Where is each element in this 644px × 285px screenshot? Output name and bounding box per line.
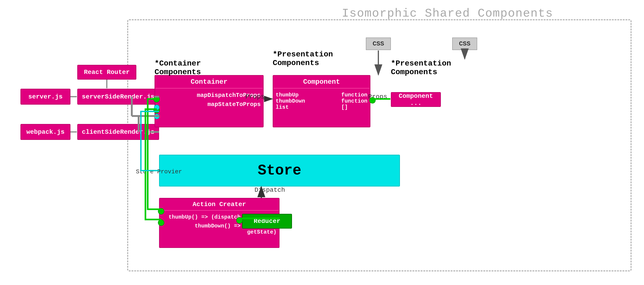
server-js-box: server.js — [20, 89, 70, 105]
store-box: Store — [159, 155, 400, 186]
client-side-render-box: clientSideRender.js — [77, 124, 159, 140]
green-circle-6 — [369, 97, 376, 104]
props-label-1: Props — [246, 93, 264, 100]
green-circle-4 — [158, 219, 164, 226]
presentation-components-2-label: *PresentationComponents — [391, 59, 451, 76]
cyan-circle-2 — [154, 114, 160, 119]
green-circle-5 — [236, 217, 243, 224]
component-dots-box: Component ... — [391, 92, 441, 107]
css-box-2: CSS — [452, 38, 477, 50]
diagram: Isomorphic Shared Components server.js s… — [0, 0, 644, 285]
component-box: Component thumbUp thumbDown list functio… — [273, 75, 370, 127]
container-box: Container mapDispatchToProps mapStateToP… — [154, 75, 264, 127]
server-side-render-box: serverSideRender.js — [77, 89, 159, 105]
green-circle-1 — [154, 96, 160, 102]
webpack-js-box: webpack.js — [20, 124, 70, 140]
page-title: Isomorphic Shared Components — [342, 7, 553, 20]
reducer-box: Reducer — [242, 214, 292, 229]
store-provier-label: Store Provier — [136, 168, 182, 175]
presentation-components-label: *PresentationComponents — [273, 50, 333, 67]
dispatch-label: Dispatch — [254, 186, 285, 194]
css-box-1: CSS — [366, 38, 391, 50]
cyan-circle-1 — [154, 105, 160, 110]
green-circle-3 — [158, 208, 164, 214]
react-router-box: React Router — [77, 65, 136, 80]
container-components-label: *ContainerComponents — [154, 59, 201, 76]
